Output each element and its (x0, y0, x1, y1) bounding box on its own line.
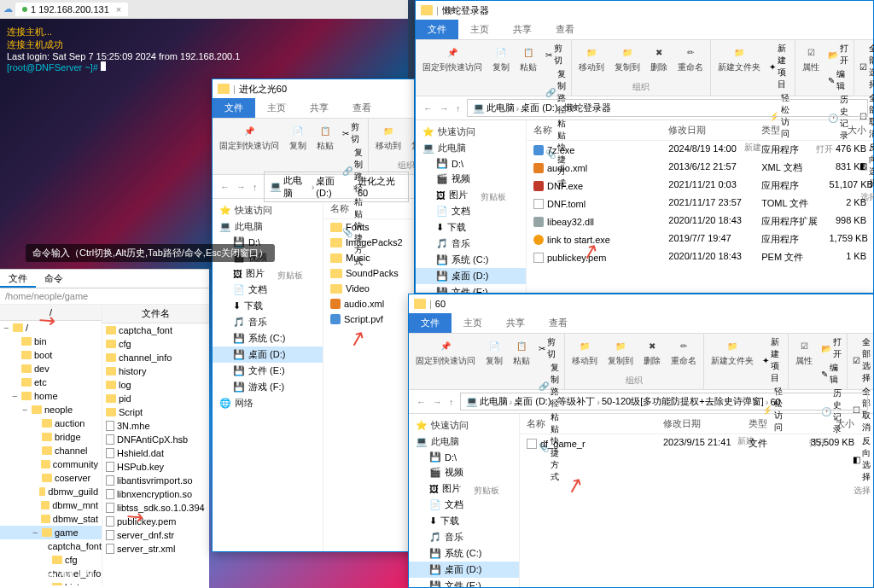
copy-to-button[interactable]: 📁复制到 (604, 335, 637, 369)
list-item[interactable]: publickey.pem (102, 515, 209, 528)
nav-item[interactable]: 📄文档 (213, 282, 323, 298)
nav-item[interactable]: 🎬视频 (409, 464, 519, 480)
open-button[interactable]: 📂 打开 (819, 335, 843, 361)
nav-item[interactable]: 🎵音乐 (416, 236, 526, 252)
nav-item[interactable]: 💾桌面 (D:) (213, 346, 323, 363)
nav-item[interactable]: 💻此电脑 (409, 434, 519, 450)
nav-item[interactable]: 💾系统 (C:) (213, 330, 323, 346)
list-item[interactable]: cfg (102, 337, 209, 351)
file-row[interactable]: df_game_r2023/9/15 21:41文件35,509 KB (520, 434, 873, 452)
close-icon[interactable]: × (116, 4, 121, 15)
nav-item[interactable]: 🌐网络 (213, 395, 323, 411)
file-row[interactable]: Fonts (323, 219, 414, 235)
nav-item[interactable]: 🖼图片 (409, 480, 519, 497)
list-item[interactable]: Hshield.dat (102, 446, 209, 460)
tab-view[interactable]: 查看 (537, 313, 580, 333)
breadcrumb[interactable]: 此电脑 (487, 102, 515, 114)
list-item[interactable]: server_str.xml (102, 542, 209, 556)
forward-button[interactable]: → (234, 182, 248, 192)
file-row[interactable]: link to start.exe2019/7/7 19:47应用程序1,759… (527, 230, 873, 248)
col-date[interactable]: 修改日期 (661, 120, 755, 140)
tab-view[interactable]: 查看 (544, 20, 586, 39)
tree-item[interactable]: −neople (0, 403, 102, 416)
file-row[interactable]: Music (323, 250, 414, 265)
copy-button[interactable]: 📄复制 (489, 42, 513, 75)
tree-item[interactable]: etc (0, 376, 102, 389)
file-row[interactable]: SoundPacks (323, 265, 414, 281)
file-row[interactable]: publickey.pem2020/11/20 18:43PEM 文件1 KB (527, 248, 873, 266)
cut-button[interactable]: ✂ 剪切 (544, 42, 568, 67)
nav-item[interactable]: 💾游戏 (F:) (213, 379, 323, 395)
back-button[interactable]: ← (218, 182, 232, 192)
tab-file[interactable]: 文件 (213, 98, 255, 118)
new-item-button[interactable]: ✦ 新建项目 (760, 335, 784, 385)
window-title-bar[interactable]: | 60 (409, 294, 873, 313)
col-name[interactable]: 名称 (323, 199, 414, 218)
tree-item[interactable]: bridge (0, 430, 102, 444)
new-folder-button[interactable]: 📁新建文件夹 (708, 335, 757, 369)
list-item[interactable]: Script (102, 405, 209, 419)
tree-item[interactable]: dev (0, 362, 102, 376)
file-row[interactable]: Video (323, 281, 414, 296)
list-item[interactable]: log (102, 378, 209, 392)
pin-button[interactable]: 📌固定到快速访问 (216, 120, 283, 154)
tree-item[interactable]: bin (0, 335, 102, 348)
nav-item[interactable]: 💾系统 (C:) (416, 252, 526, 268)
tree-item[interactable]: dbmw_guild (0, 485, 102, 498)
tab-share[interactable]: 共享 (298, 98, 341, 118)
list-item[interactable]: libtss_sdk.so.1.0.394 (102, 501, 209, 515)
tab-share[interactable]: 共享 (501, 20, 544, 39)
nav-item[interactable]: 💾文件 (E:) (409, 578, 519, 587)
list-item[interactable]: 3N.mhe (102, 419, 209, 433)
copy-button[interactable]: 📄复制 (482, 335, 506, 369)
tree-item[interactable]: captcha_font (0, 539, 102, 553)
file-row[interactable]: audio.xml2013/6/12 21:57XML 文档831 KB (527, 159, 873, 177)
list-item[interactable]: channel_info (102, 351, 209, 364)
paste-button[interactable]: 📋粘贴 (510, 335, 533, 369)
tree-item[interactable]: −game (0, 526, 102, 539)
nav-item[interactable]: ⭐快速访问 (416, 124, 526, 140)
delete-button[interactable]: ✖删除 (647, 42, 671, 75)
tab-home[interactable]: 主页 (255, 98, 298, 118)
forward-button[interactable]: → (437, 103, 452, 114)
nav-item[interactable]: 💻此电脑 (213, 218, 323, 235)
nav-item[interactable]: 🖼图片 (213, 265, 323, 282)
rename-button[interactable]: ✏重命名 (674, 42, 707, 75)
tab-file[interactable]: 文件 (409, 313, 452, 333)
delete-button[interactable]: ✖删除 (640, 335, 664, 369)
nav-item[interactable]: 💾文件 (E:) (416, 284, 526, 293)
copy-button[interactable]: 📄复制 (286, 120, 310, 154)
pin-button[interactable]: 📌固定到快速访问 (419, 42, 486, 75)
file-row[interactable]: libeay32.dll2020/11/20 18:43应用程序扩展998 KB (527, 212, 873, 230)
window-title-bar[interactable]: | 进化之光60 (213, 79, 414, 98)
nav-item[interactable]: 🎵音乐 (213, 314, 323, 330)
file-row[interactable]: ImagePacks2 (323, 235, 414, 250)
col-size[interactable]: 大小 (823, 120, 873, 140)
breadcrumb[interactable]: 此电脑 (283, 174, 310, 200)
up-button[interactable]: ↑ (453, 103, 463, 114)
nav-item[interactable]: ⬇下载 (409, 513, 519, 529)
col-name[interactable]: 名称 (527, 120, 661, 140)
properties-button[interactable]: ☑属性 (792, 335, 816, 369)
cut-button[interactable]: ✂ 剪切 (537, 335, 561, 361)
new-item-button[interactable]: ✦ 新建项目 (767, 42, 791, 91)
tree-item[interactable]: dbmw_mnt (0, 498, 102, 512)
tree-item[interactable]: coserver (0, 471, 102, 485)
list-item[interactable]: history (102, 364, 209, 378)
nav-item[interactable]: 📄文档 (409, 497, 519, 513)
nav-item[interactable]: ⭐快速访问 (409, 417, 519, 434)
move-button[interactable]: 📁移动到 (575, 42, 608, 75)
address-path[interactable]: 💻 此电脑 › 桌面 (D:) › 进化之光60 (264, 172, 410, 202)
open-button[interactable]: 📂 打开 (826, 42, 850, 67)
tree-item[interactable]: −/ (0, 321, 102, 335)
edit-button[interactable]: ✎ 编辑 (826, 67, 850, 93)
nav-item[interactable]: 🎬视频 (416, 171, 526, 187)
tab-home[interactable]: 主页 (452, 313, 494, 333)
file-row[interactable]: DNF.toml2021/11/17 23:57TOML 文件2 KB (527, 195, 873, 212)
breadcrumb[interactable]: 此电脑 (480, 395, 508, 408)
file-row[interactable]: audio.xml (323, 296, 414, 311)
breadcrumb[interactable]: 60 (770, 397, 780, 407)
list-item[interactable]: pid (102, 392, 209, 405)
nav-item[interactable]: 💾系统 (C:) (409, 545, 519, 562)
pin-button[interactable]: 📌固定到快速访问 (412, 335, 479, 369)
